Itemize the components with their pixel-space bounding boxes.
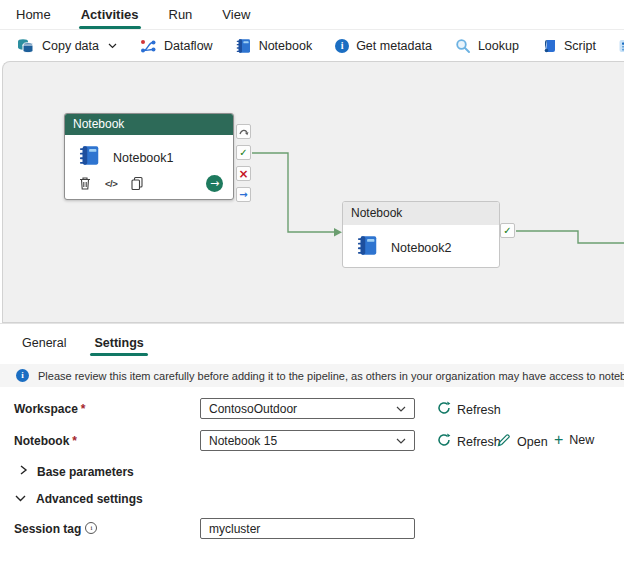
info-tooltip-icon[interactable]: i (85, 522, 97, 534)
required-marker: * (81, 402, 86, 416)
activities-toolbar: Copy data Dataflow (0, 29, 624, 62)
arrow-glyph: → (239, 189, 247, 200)
activity-name-row: Notebook1 (79, 143, 173, 172)
advanced-settings-expander[interactable]: Advanced settings (14, 492, 143, 506)
check-glyph: ✓ (239, 147, 247, 158)
menu-item-home[interactable]: Home (14, 0, 53, 30)
chevron-down-icon (396, 438, 406, 444)
activity-name: Notebook2 (391, 241, 451, 255)
menu-item-activities[interactable]: Activities (79, 0, 141, 30)
activity-card-notebook2[interactable]: Notebook Notebook2 (342, 201, 500, 268)
properties-panel: General Settings i Please review this it… (0, 323, 624, 563)
activity-name: Notebook1 (113, 151, 173, 165)
workspace-dropdown[interactable]: ContosoOutdoor (200, 398, 415, 419)
dataflow-label: Dataflow (164, 39, 213, 53)
notebook-label: Notebook (259, 39, 313, 53)
copy-data-label: Copy data (42, 39, 99, 53)
notebook-new-button[interactable]: + New (554, 433, 594, 447)
get-metadata-icon: i (335, 39, 349, 53)
notebook-button[interactable]: Notebook (236, 38, 313, 54)
tab-settings[interactable]: Settings (92, 327, 145, 359)
script-button[interactable]: Script (542, 38, 596, 54)
port-on-fail-icon[interactable]: × (236, 166, 251, 181)
notebook-icon (357, 233, 379, 262)
new-label: New (569, 433, 594, 447)
stored-procedure-button[interactable]: Stored (619, 39, 624, 53)
required-marker: * (72, 434, 77, 448)
refresh-icon (437, 433, 451, 450)
lookup-icon (455, 38, 471, 54)
base-parameters-expander[interactable]: Base parameters (18, 464, 134, 479)
delete-icon[interactable] (78, 176, 92, 191)
notebook-icon (236, 38, 252, 54)
port-on-success-icon[interactable]: ✓ (236, 145, 251, 160)
refresh-label: Refresh (457, 435, 501, 449)
activity-type-header: Notebook (343, 202, 499, 225)
chevron-down-icon (14, 492, 27, 506)
chevron-down-icon (396, 406, 406, 412)
notebook-open-button[interactable]: Open (497, 433, 548, 450)
advanced-settings-label: Advanced settings (36, 492, 143, 506)
panel-tabs: General Settings (0, 324, 624, 362)
notebook-icon (79, 143, 101, 172)
copy-data-icon (16, 38, 35, 54)
open-activity-icon[interactable]: → (206, 175, 223, 192)
workspace-dropdown-value: ContosoOutdoor (209, 402, 297, 416)
session-tag-label: Session tagi (14, 522, 97, 536)
port-on-completion-icon[interactable]: → (236, 187, 251, 202)
info-banner-text: Please review this item carefully before… (38, 370, 624, 382)
get-metadata-label: Get metadata (356, 39, 432, 53)
chevron-right-icon (18, 464, 28, 479)
base-parameters-label: Base parameters (37, 465, 134, 479)
script-label: Script (564, 39, 596, 53)
lookup-button[interactable]: Lookup (455, 38, 519, 54)
notebook-refresh-button[interactable]: Refresh (437, 433, 501, 450)
activity-type-header: Notebook (65, 114, 233, 135)
refresh-label: Refresh (457, 403, 501, 417)
session-tag-input[interactable] (200, 518, 415, 539)
port-on-success-icon[interactable]: ✓ (500, 223, 515, 238)
notebook-dropdown-value: Notebook 15 (209, 434, 277, 448)
info-icon: i (16, 369, 29, 382)
menu-item-view[interactable]: View (220, 0, 252, 30)
tab-general[interactable]: General (20, 327, 68, 359)
pipeline-canvas[interactable]: Notebook Notebook1 (2, 61, 624, 323)
notebook-dropdown[interactable]: Notebook 15 (200, 430, 415, 451)
activity-action-bar: </> → (78, 175, 223, 192)
duplicate-icon[interactable] (130, 176, 144, 191)
plus-icon: + (554, 434, 563, 446)
activity-card-notebook1[interactable]: Notebook Notebook1 (64, 113, 234, 200)
port-on-skip-icon[interactable] (236, 124, 251, 139)
menu-item-run[interactable]: Run (167, 0, 195, 30)
session-tag-label-text: Session tag (14, 522, 81, 536)
pencil-icon (497, 433, 511, 450)
dataflow-button[interactable]: Dataflow (140, 38, 213, 54)
workspace-refresh-button[interactable]: Refresh (437, 401, 501, 418)
info-banner: i Please review this item carefully befo… (0, 364, 624, 387)
copy-data-button[interactable]: Copy data (16, 38, 117, 54)
edit-code-icon[interactable]: </> (105, 178, 117, 189)
notebook-label: Notebook* (14, 434, 77, 448)
open-label: Open (517, 435, 548, 449)
refresh-icon (437, 401, 451, 418)
workspace-label-text: Workspace (14, 402, 78, 416)
dataflow-icon (140, 38, 157, 54)
x-glyph: × (238, 169, 248, 179)
pipeline-editor: Home Activities Run View Copy data (0, 0, 624, 563)
script-icon (542, 38, 557, 54)
activity-name-row: Notebook2 (357, 233, 451, 262)
check-glyph: ✓ (503, 225, 511, 236)
notebook-label-text: Notebook (14, 434, 69, 448)
get-metadata-button[interactable]: i Get metadata (335, 39, 432, 53)
stored-procedure-icon (619, 39, 624, 53)
lookup-label: Lookup (478, 39, 519, 53)
workspace-label: Workspace* (14, 402, 85, 416)
menu-bar: Home Activities Run View (0, 0, 624, 29)
chevron-down-icon (108, 43, 117, 49)
